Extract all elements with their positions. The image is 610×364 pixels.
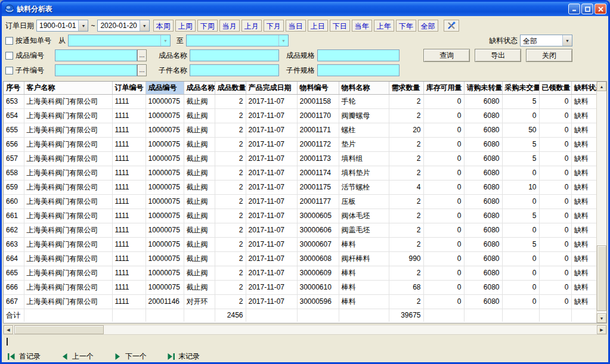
column-header[interactable]: 序号 bbox=[4, 82, 24, 94]
cell: 1111 bbox=[112, 108, 145, 123]
product-no-input[interactable] bbox=[55, 49, 137, 61]
cell: 10000075 bbox=[145, 251, 184, 266]
column-header[interactable]: 需求数量 bbox=[389, 82, 423, 94]
part-no-browse-button[interactable]: ... bbox=[137, 64, 147, 76]
cell: 缺料 bbox=[571, 194, 596, 209]
notice-to-combobox[interactable]: ▼ bbox=[186, 35, 289, 46]
vertical-scroll-track[interactable] bbox=[597, 91, 606, 313]
scroll-down-icon[interactable]: ▼ bbox=[597, 313, 606, 323]
first-record-button[interactable]: 首记录 bbox=[8, 351, 41, 362]
date-shortcut-button[interactable]: 上月 bbox=[241, 20, 262, 32]
column-header[interactable]: 成品名称 bbox=[184, 82, 215, 94]
shortage-status-combobox[interactable]: 全部 ▼ bbox=[520, 35, 572, 46]
minimize-button[interactable] bbox=[568, 4, 580, 14]
column-header[interactable]: 订单编号 bbox=[112, 82, 145, 94]
date-to-combobox[interactable]: 2020-01-20 ▼ bbox=[97, 20, 149, 32]
date-tool-button[interactable] bbox=[444, 20, 459, 32]
column-header[interactable]: 物料编号 bbox=[297, 82, 339, 94]
chevron-down-icon[interactable]: ▼ bbox=[140, 20, 149, 31]
column-header[interactable]: 客户名称 bbox=[24, 82, 112, 94]
vertical-scroll-thumb[interactable] bbox=[597, 245, 606, 311]
notice-checkbox[interactable] bbox=[5, 37, 13, 45]
table-row[interactable]: 663上海美科阀门有限公司111110000075截止阀22017-11-073… bbox=[4, 237, 596, 251]
date-shortcut-button[interactable]: 本周 bbox=[153, 20, 174, 32]
column-header[interactable]: 成品编号 bbox=[145, 82, 184, 94]
cell: 截止阀 bbox=[184, 266, 215, 280]
product-no-browse-button[interactable]: ... bbox=[137, 49, 147, 61]
date-shortcut-button[interactable]: 下年 bbox=[396, 20, 416, 32]
horizontal-scrollbar[interactable]: ◀ ▶ bbox=[3, 325, 607, 335]
date-from-combobox[interactable]: 1900-01-01 ▼ bbox=[36, 20, 88, 32]
table-row[interactable]: 666上海美科阀门有限公司111110000075截止阀22017-11-073… bbox=[4, 280, 596, 294]
column-header[interactable]: 请购未转量 bbox=[464, 82, 502, 94]
table-row[interactable]: 657上海美科阀门有限公司111110000075截止阀22017-11-072… bbox=[4, 151, 596, 166]
date-shortcut-button[interactable]: 全部 bbox=[418, 20, 438, 32]
cell: 阀盖毛坯 bbox=[339, 223, 389, 237]
table-row[interactable]: 662上海美科阀门有限公司111110000075截止阀22017-11-073… bbox=[4, 223, 596, 237]
export-button[interactable]: 导出 bbox=[475, 49, 521, 62]
column-header[interactable]: 已领数量 bbox=[539, 82, 571, 94]
product-filter-checkbox[interactable] bbox=[5, 52, 13, 60]
cell: 0 bbox=[423, 223, 464, 237]
table-row[interactable]: 665上海美科阀门有限公司111110000075截止阀22017-11-073… bbox=[4, 266, 596, 280]
cell: 2017-11-07 bbox=[246, 280, 297, 294]
query-button[interactable]: 查询 bbox=[423, 49, 470, 62]
date-shortcut-button[interactable]: 当年 bbox=[352, 20, 372, 32]
table-row[interactable]: 655上海美科阀门有限公司111110000075截止阀22017-11-072… bbox=[4, 123, 596, 137]
part-spec-input[interactable] bbox=[317, 64, 400, 76]
chevron-down-icon[interactable]: ▼ bbox=[78, 20, 88, 31]
table-row[interactable]: 653上海美科阀门有限公司111110000075截止阀22017-11-072… bbox=[4, 94, 596, 108]
table-row[interactable]: 658上海美科阀门有限公司111110000075截止阀22017-11-072… bbox=[4, 166, 596, 180]
part-spec-label: 子件规格 bbox=[286, 66, 315, 76]
chevron-down-icon[interactable]: ▼ bbox=[278, 35, 288, 46]
last-record-button[interactable]: 末记录 bbox=[167, 351, 200, 362]
cell: 0 bbox=[539, 294, 571, 309]
cell: 6080 bbox=[464, 180, 502, 194]
table-row[interactable]: 661上海美科阀门有限公司111110000075截止阀22017-11-073… bbox=[4, 209, 596, 223]
table-row[interactable]: 667上海美科阀门有限公司111120001146对开环22017-11-073… bbox=[4, 294, 596, 309]
date-shortcut-button[interactable]: 当月 bbox=[219, 20, 240, 32]
part-filter-checkbox[interactable] bbox=[5, 67, 13, 74]
scroll-left-icon[interactable]: ◀ bbox=[4, 325, 13, 334]
cell: 上海美科阀门有限公司 bbox=[24, 94, 112, 108]
horizontal-scroll-track[interactable] bbox=[13, 325, 597, 334]
maximize-button[interactable] bbox=[581, 4, 593, 14]
date-shortcut-button[interactable]: 下周 bbox=[197, 20, 218, 32]
date-shortcut-button[interactable]: 上周 bbox=[175, 20, 196, 32]
next-record-button[interactable]: 下一个 bbox=[114, 351, 147, 362]
table-row[interactable]: 654上海美科阀门有限公司111110000075截止阀22017-11-072… bbox=[4, 108, 596, 123]
table-row[interactable]: 659上海美科阀门有限公司111110000075截止阀22017-11-072… bbox=[4, 180, 596, 194]
date-shortcut-button[interactable]: 下日 bbox=[330, 20, 350, 32]
column-header[interactable]: 成品数量 bbox=[215, 82, 246, 94]
date-shortcut-button[interactable]: 上日 bbox=[308, 20, 328, 32]
column-header[interactable]: 缺料状态 bbox=[571, 82, 596, 94]
table-row[interactable]: 664上海美科阀门有限公司111110000075截止阀22017-11-073… bbox=[4, 251, 596, 266]
part-name-input[interactable] bbox=[190, 64, 279, 76]
close-button[interactable] bbox=[594, 4, 606, 14]
product-spec-input[interactable] bbox=[317, 49, 400, 61]
cell: 5 bbox=[502, 151, 539, 166]
chevron-down-icon[interactable]: ▼ bbox=[562, 35, 572, 46]
column-header[interactable]: 产品完成日期 bbox=[246, 82, 297, 94]
chevron-down-icon[interactable]: ▼ bbox=[160, 35, 170, 46]
cell: 缺料 bbox=[571, 108, 596, 123]
table-row[interactable]: 660上海美科阀门有限公司111110000075截止阀22017-11-072… bbox=[4, 194, 596, 209]
scroll-up-icon[interactable]: ▲ bbox=[597, 82, 606, 91]
prev-record-button[interactable]: 上一个 bbox=[61, 351, 94, 362]
part-no-input[interactable] bbox=[55, 64, 137, 76]
vertical-scrollbar[interactable]: ▲ ▼ bbox=[596, 82, 606, 323]
column-header[interactable]: 采购未交量 bbox=[502, 82, 539, 94]
date-shortcut-button[interactable]: 下月 bbox=[264, 20, 284, 32]
product-name-input[interactable] bbox=[190, 49, 279, 61]
cell: 6080 bbox=[464, 123, 502, 137]
close-action-button[interactable]: 关闭 bbox=[526, 49, 572, 62]
date-shortcut-button[interactable]: 当日 bbox=[286, 20, 306, 32]
product-name-label: 成品名称 bbox=[159, 51, 187, 61]
date-shortcut-button[interactable]: 上年 bbox=[374, 20, 394, 32]
notice-from-combobox[interactable]: ▼ bbox=[68, 35, 171, 46]
scroll-right-icon[interactable]: ▶ bbox=[597, 325, 606, 334]
table-row[interactable]: 656上海美科阀门有限公司111110000075截止阀22017-11-072… bbox=[4, 137, 596, 151]
column-header[interactable]: 库存可用量 bbox=[423, 82, 464, 94]
column-header[interactable]: 物料名称 bbox=[339, 82, 389, 94]
horizontal-scroll-thumb[interactable] bbox=[14, 325, 104, 334]
